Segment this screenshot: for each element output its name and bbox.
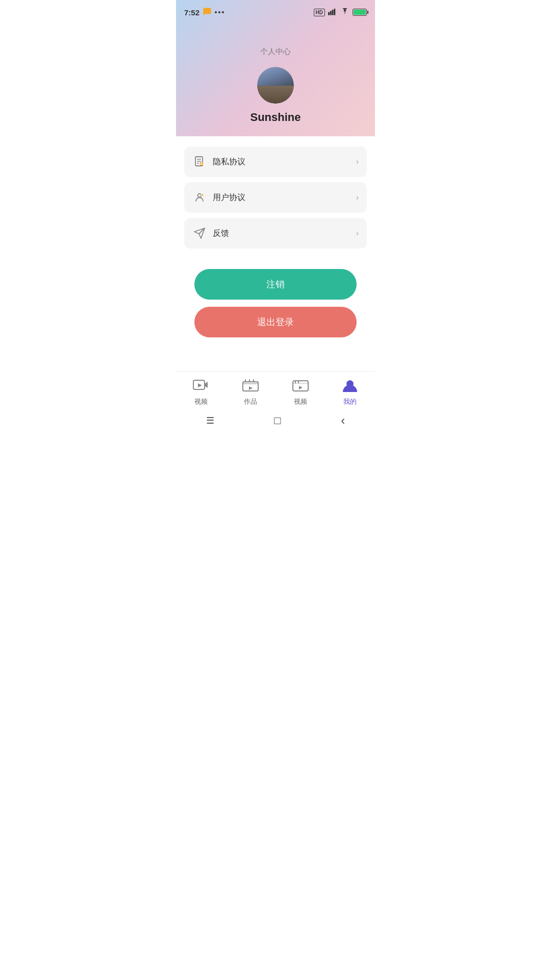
menu-list: 隐私协议 › 用户协议 › <box>184 146 367 249</box>
status-right: HD <box>314 8 367 17</box>
video-icon <box>192 377 210 395</box>
wifi-icon <box>340 8 349 17</box>
nav-item-video2[interactable]: 视频 <box>285 377 316 406</box>
svg-marker-18 <box>249 386 253 390</box>
feedback-label: 反馈 <box>213 228 229 239</box>
bottom-nav: 视频 作品 视频 <box>176 371 375 410</box>
svg-rect-3 <box>334 9 335 15</box>
nav-label-video1: 视频 <box>194 397 208 406</box>
menu-button[interactable]: ☰ <box>206 415 214 426</box>
svg-rect-2 <box>332 10 334 15</box>
feedback-menu-item[interactable]: 反馈 › <box>184 218 367 249</box>
status-bar: 7:52 HD <box>176 0 375 22</box>
menu-item-left: 隐私协议 <box>192 155 245 169</box>
svg-rect-14 <box>243 383 258 384</box>
hd-label: HD <box>314 9 325 16</box>
menu-item-left: 用户协议 <box>192 190 245 205</box>
avatar-image <box>257 67 294 104</box>
nav-label-video2: 视频 <box>294 397 307 406</box>
status-left: 7:52 <box>184 7 224 18</box>
android-nav-bar: ☰ □ ‹ <box>176 410 375 431</box>
cancel-account-button[interactable]: 注销 <box>194 269 357 300</box>
back-button[interactable]: ‹ <box>341 413 345 428</box>
battery-icon <box>353 9 367 16</box>
logout-button[interactable]: 退出登录 <box>194 307 357 337</box>
username: Sunshine <box>176 111 375 124</box>
chat-icon <box>203 7 212 18</box>
nav-label-mine: 我的 <box>343 397 357 406</box>
nav-label-works: 作品 <box>244 397 257 406</box>
home-button[interactable]: □ <box>274 414 281 427</box>
more-icon[interactable] <box>215 11 224 13</box>
chevron-right-icon: › <box>356 193 359 202</box>
menu-item-left: 反馈 <box>192 226 229 240</box>
buttons-area: 注销 退出登录 <box>194 269 357 337</box>
privacy-menu-item[interactable]: 隐私协议 › <box>184 146 367 177</box>
signal-icon <box>328 8 337 17</box>
chevron-right-icon: › <box>356 157 359 166</box>
chevron-right-icon: › <box>356 229 359 238</box>
user-agreement-label: 用户协议 <box>213 192 245 203</box>
nav-item-works[interactable]: 作品 <box>235 377 266 406</box>
works-icon <box>241 377 260 395</box>
user-document-icon <box>192 190 207 205</box>
svg-rect-1 <box>330 11 332 15</box>
privacy-label: 隐私协议 <box>213 157 245 167</box>
content-area: 隐私协议 › 用户协议 › <box>176 136 375 364</box>
svg-rect-0 <box>328 12 330 15</box>
nav-item-mine[interactable]: 我的 <box>335 377 365 406</box>
svg-marker-23 <box>299 386 303 389</box>
time: 7:52 <box>184 8 199 17</box>
avatar[interactable] <box>257 67 294 104</box>
svg-marker-12 <box>198 383 202 387</box>
nav-item-video1[interactable]: 视频 <box>186 377 216 406</box>
user-agreement-menu-item[interactable]: 用户协议 › <box>184 182 367 213</box>
video-play-icon <box>291 377 310 395</box>
document-icon <box>192 155 207 169</box>
feedback-icon <box>192 226 207 240</box>
svg-point-9 <box>198 194 202 198</box>
user-active-icon <box>341 377 359 395</box>
scroll-content: 个人中心 Sunshine <box>176 22 375 364</box>
page-title: 个人中心 <box>176 47 375 57</box>
header-section: 个人中心 Sunshine <box>176 22 375 136</box>
